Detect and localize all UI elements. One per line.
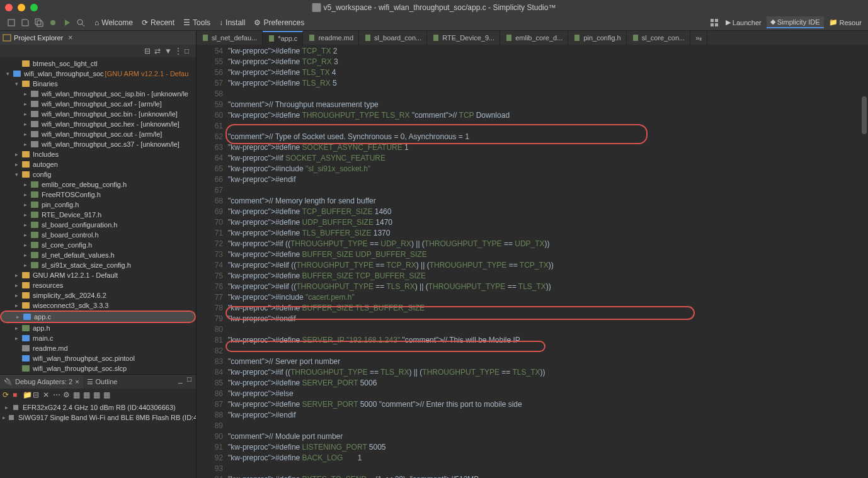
tree-arrow-icon[interactable]: ▸ — [21, 120, 29, 128]
tree-arrow-icon[interactable] — [13, 60, 20, 67]
tree-arrow-icon[interactable]: ▸ — [21, 261, 29, 269]
editor-tab-readme-md[interactable]: readme.md — [303, 31, 359, 45]
run-icon[interactable] — [60, 16, 73, 29]
close-icon[interactable]: × — [68, 33, 72, 42]
install-button[interactable]: ↓Install — [215, 16, 249, 29]
save-all-icon[interactable] — [33, 16, 45, 29]
tree-arrow-icon[interactable]: ▸ — [13, 334, 20, 342]
m4-icon[interactable]: ▦ — [103, 390, 112, 399]
tree-arrow-icon[interactable]: ▸ — [21, 251, 29, 259]
tree-item-freertosconfig-h[interactable]: ▸FreeRTOSConfig.h — [0, 190, 196, 200]
debug-adapter-item[interactable]: ▸SiWG917 Single Band Wi-Fi and BLE 8MB F… — [0, 413, 196, 423]
editor-content[interactable]: 5455565758596061626364656667686970717273… — [197, 45, 868, 478]
m3-icon[interactable]: ▦ — [93, 390, 102, 399]
link-editor-icon[interactable]: ⇄ — [154, 47, 163, 55]
tree-item-wifi-wlan-throughput-soc-slcp[interactable]: wifi_wlan_throughput_soc.slcp — [0, 363, 196, 373]
editor-tab-pin-config-h[interactable]: pin_config.h — [568, 31, 626, 45]
tree-item-rte-device-917-h[interactable]: ▸RTE_Device_917.h — [0, 210, 196, 220]
simplicity-ide-perspective[interactable]: ◆Simplicity IDE — [767, 16, 824, 28]
m2-icon[interactable]: ▦ — [83, 390, 92, 399]
tree-item-binaries[interactable]: ▾Binaries — [0, 79, 196, 89]
delete-icon[interactable]: ✕ — [43, 390, 52, 399]
window-close-button[interactable] — [5, 4, 13, 11]
tree-arrow-icon[interactable]: ▸ — [21, 221, 29, 229]
tree-item-sl-board-control-h[interactable]: ▸sl_board_control.h — [0, 230, 196, 240]
project-tree[interactable]: btmesh_soc_light_ctl▾wifi_wlan_throughpu… — [0, 57, 196, 374]
tree-item-readme-md[interactable]: readme.md — [0, 343, 196, 353]
stop-icon[interactable]: ■ — [13, 390, 21, 399]
tree-item-btmesh-soc-light-ctl[interactable]: btmesh_soc_light_ctl — [0, 59, 196, 69]
more-icon[interactable]: ⋯ — [53, 390, 62, 399]
m1-icon[interactable]: ▦ — [73, 390, 82, 399]
tree-item-wifi-wlan-throughput-soc-isp-bin----unknown-le[interactable]: ▸wifi_wlan_throughput_soc_isp.bin - [unk… — [0, 89, 196, 99]
tree-arrow-icon[interactable] — [13, 365, 20, 372]
code-area[interactable]: "kw-preproc">#define TCP_TX 2"kw-preproc… — [228, 45, 868, 478]
launcher-perspective[interactable]: ▶Launcher — [722, 17, 765, 28]
tree-arrow-icon[interactable]: ▸ — [21, 90, 29, 98]
refresh-icon[interactable]: ⟳ — [3, 390, 11, 399]
vertical-scrollbar[interactable] — [859, 59, 868, 478]
close-icon[interactable]: × — [75, 378, 79, 385]
preferences-button[interactable]: ⚙Preferences — [250, 16, 308, 29]
project-explorer-tab[interactable]: Project Explorer × — [0, 31, 196, 45]
tree-item-wifi-wlan-throughput-soc-out----arm-le-[interactable]: ▸wifi_wlan_throughput_soc.out - [arm/le] — [0, 129, 196, 139]
outline-tab[interactable]: ☰ Outline — [83, 375, 122, 389]
tree-arrow-icon[interactable]: ▸ — [21, 231, 29, 239]
collapse-icon[interactable]: ⊟ — [33, 390, 42, 399]
window-maximize-button[interactable] — [30, 4, 38, 11]
tree-item-gnu-arm-v12-2-1---default[interactable]: ▸GNU ARM v12.2.1 - Default — [0, 270, 196, 280]
minimize-icon[interactable]: _ — [178, 375, 187, 384]
editor-tab--app-c[interactable]: *app.c — [263, 31, 303, 45]
tree-arrow-icon[interactable]: ▾ — [4, 70, 11, 77]
recent-button[interactable]: ⟳Recent — [138, 16, 178, 29]
view-menu-icon[interactable]: ⋮ — [174, 47, 183, 55]
tree-arrow-icon[interactable]: ▸ — [21, 140, 29, 148]
tree-item-simplicity-sdk-2024-6-2[interactable]: ▸simplicity_sdk_2024.6.2 — [0, 290, 196, 300]
save-icon[interactable] — [19, 16, 31, 29]
tree-item-wifi-wlan-throughput-soc-s37----unknown-le-[interactable]: ▸wifi_wlan_throughput_soc.s37 - [unknown… — [0, 139, 196, 149]
new-icon[interactable] — [5, 16, 18, 29]
tree-arrow-icon[interactable]: ▸ — [13, 282, 20, 289]
tree-arrow-icon[interactable]: ▸ — [13, 271, 20, 279]
debug-adapters-list[interactable]: ▸EFR32xG24 2.4 GHz 10 dBm RB (ID:4403066… — [0, 401, 196, 478]
tree-item-wifi-wlan-throughput-soc-pintool[interactable]: wifi_wlan_throughput_soc.pintool — [0, 353, 196, 363]
tree-item-wifi-wlan-throughput-soc-axf----arm-le-[interactable]: ▸wifi_wlan_throughput_soc.axf - [arm/le] — [0, 99, 196, 109]
tree-item-wifi-wlan-throughput-soc-bin----unknown-le-[interactable]: ▸wifi_wlan_throughput_soc.bin - [unknown… — [0, 109, 196, 119]
tree-item-includes[interactable]: ▸Includes — [0, 149, 196, 159]
tools-button[interactable]: ☰Tools — [180, 16, 214, 29]
scroll-thumb[interactable] — [862, 96, 867, 134]
tree-arrow-icon[interactable]: ▸ — [13, 151, 20, 158]
tree-arrow-icon[interactable] — [13, 344, 20, 352]
tree-arrow-icon[interactable]: ▸ — [21, 191, 29, 198]
tree-item-autogen[interactable]: ▸autogen — [0, 159, 196, 169]
tree-arrow-icon[interactable]: ▾ — [13, 80, 20, 88]
resource-perspective[interactable]: 📁Resour — [825, 17, 865, 28]
editor-tab-sl-board-con---[interactable]: sl_board_con... — [359, 31, 427, 45]
tree-arrow-icon[interactable]: ▸ — [21, 130, 29, 138]
tree-item-config[interactable]: ▾config — [0, 169, 196, 179]
tree-arrow-icon[interactable]: ▸ — [13, 302, 20, 309]
tree-item-sl-board-configuration-h[interactable]: ▸sl_board_configuration.h — [0, 220, 196, 230]
tree-arrow-icon[interactable] — [13, 355, 20, 362]
folder-icon[interactable]: 📁 — [23, 390, 31, 399]
tree-item-main-c[interactable]: ▸main.c — [0, 333, 196, 343]
tree-item-resources[interactable]: ▸resources — [0, 280, 196, 290]
debug-adapters-tab[interactable]: 🔌 Debug Adapters: 2 × — [0, 375, 83, 389]
collapse-all-icon[interactable]: ⊟ — [144, 47, 153, 55]
tree-arrow-icon[interactable]: ▸ — [3, 404, 10, 411]
debug-adapter-item[interactable]: ▸EFR32xG24 2.4 GHz 10 dBm RB (ID:4403066… — [0, 402, 196, 413]
tree-item-sl-net-default-values-h[interactable]: ▸sl_net_default_values.h — [0, 250, 196, 260]
filter-icon[interactable]: ▼ — [164, 47, 173, 55]
tree-arrow-icon[interactable]: ▸ — [21, 100, 29, 108]
debug-icon[interactable] — [47, 16, 59, 29]
tabs-overflow[interactable]: »₂ — [690, 31, 707, 45]
maximize-icon[interactable]: □ — [185, 47, 193, 55]
tree-arrow-icon[interactable]: ▸ — [21, 110, 29, 118]
editor-tab-sl-net-defau---[interactable]: sl_net_defau... — [197, 31, 263, 45]
tree-item-wiseconnect3-sdk-3-3-3[interactable]: ▸wiseconnect3_sdk_3.3.3 — [0, 300, 196, 310]
window-minimize-button[interactable] — [18, 4, 25, 11]
editor-tab-emlib-core-d---[interactable]: emlib_core_d... — [500, 31, 568, 45]
open-perspective-icon[interactable] — [708, 16, 721, 29]
tree-arrow-icon[interactable]: ▸ — [13, 324, 20, 332]
tree-item-emlib-core-debug-config-h[interactable]: ▸emlib_core_debug_config.h — [0, 179, 196, 190]
